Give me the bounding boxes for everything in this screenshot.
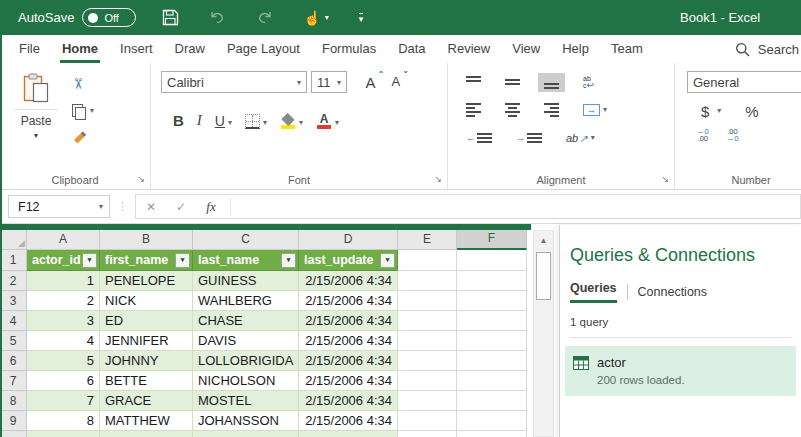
cell[interactable] [193, 431, 299, 437]
table-header-last_name[interactable]: last_name▾ [193, 250, 299, 271]
autosave-control[interactable]: AutoSave Off [18, 8, 136, 27]
cell-last-update[interactable]: 2/15/2006 4:34 [299, 391, 398, 411]
copy-button[interactable]: ▾ [72, 102, 94, 120]
cell-actor-id[interactable]: 2 [27, 291, 100, 311]
scroll-up-button[interactable]: ▲ [534, 231, 553, 250]
cell[interactable] [457, 371, 527, 391]
align-center-button[interactable] [505, 103, 520, 117]
font-dialog-launcher[interactable]: ↘ [434, 174, 442, 184]
cell-first-name[interactable]: MATTHEW [100, 411, 193, 431]
touch-mouse-mode-button[interactable]: ☝ ▾ [303, 10, 328, 26]
cut-button[interactable]: ✂ [72, 75, 94, 93]
row-header-3[interactable]: 3 [0, 291, 27, 311]
align-right-button[interactable] [544, 103, 559, 117]
cell-last-name[interactable]: LOLLOBRIGIDA [193, 351, 299, 371]
row-header-2[interactable]: 2 [0, 271, 27, 291]
cell-first-name[interactable]: PENELOPE [100, 271, 193, 291]
row-header[interactable] [0, 431, 27, 437]
tab-home[interactable]: Home [51, 35, 109, 63]
cell-last-name[interactable]: MOSTEL [193, 391, 299, 411]
table-header-actor_id[interactable]: actor_id▾ [27, 250, 100, 271]
cell[interactable] [398, 431, 457, 437]
cell-actor-id[interactable]: 8 [27, 411, 100, 431]
cell-first-name[interactable]: JOHNNY [100, 351, 193, 371]
tab-team[interactable]: Team [600, 35, 654, 63]
decrease-font-size-button[interactable]: Aˇ [391, 74, 400, 91]
column-header-D[interactable]: D [299, 230, 398, 250]
table-header-last_update[interactable]: last_update▾ [299, 250, 398, 271]
cell[interactable] [299, 431, 398, 437]
cell[interactable] [457, 331, 527, 351]
cell-last-update[interactable]: 2/15/2006 4:34 [299, 331, 398, 351]
filter-button[interactable]: ▾ [175, 253, 190, 268]
table-header-first_name[interactable]: first_name▾ [100, 250, 193, 271]
query-item-actor[interactable]: actor 200 rows loaded. [565, 346, 796, 396]
enter-button[interactable]: ✓ [166, 200, 196, 214]
cell-actor-id[interactable]: 1 [27, 271, 100, 291]
tab-formulas[interactable]: Formulas [311, 35, 387, 63]
cell-last-update[interactable]: 2/15/2006 4:34 [299, 311, 398, 331]
cell[interactable] [457, 250, 527, 271]
paste-button[interactable]: Paste ▾ [14, 73, 58, 147]
decrease-decimal-button[interactable]: .00→0 [727, 128, 739, 142]
font-color-button[interactable]: A ▾ [316, 114, 339, 129]
tab-help[interactable]: Help [551, 35, 600, 63]
redo-button[interactable] [256, 10, 273, 25]
increase-indent-button[interactable]: → [516, 133, 542, 143]
autosave-toggle[interactable]: Off [82, 8, 136, 27]
cell-last-update[interactable]: 2/15/2006 4:34 [299, 291, 398, 311]
column-header-B[interactable]: B [100, 230, 193, 250]
merge-center-button[interactable]: ↔ ▾ [583, 104, 607, 116]
chevron-down-icon[interactable]: ▾ [717, 106, 721, 117]
cell-last-name[interactable]: WAHLBERG [193, 291, 299, 311]
wrap-text-button[interactable]: ab c↩ [583, 76, 594, 89]
increase-font-size-button[interactable]: Aˆ [365, 74, 375, 91]
percent-format-button[interactable]: % [745, 103, 758, 120]
cell[interactable] [398, 250, 457, 271]
cell-actor-id[interactable]: 4 [27, 331, 100, 351]
cell-first-name[interactable]: GRACE [100, 391, 193, 411]
cell-last-name[interactable]: JOHANSSON [193, 411, 299, 431]
font-name-combo[interactable]: Calibri ▾ [161, 71, 307, 93]
cell[interactable] [457, 291, 527, 311]
select-all-corner[interactable]: ◢ [0, 230, 27, 250]
cell-last-name[interactable]: CHASE [193, 311, 299, 331]
cell[interactable] [457, 271, 527, 291]
cell[interactable] [457, 391, 527, 411]
row-header-5[interactable]: 5 [0, 331, 27, 351]
font-size-combo[interactable]: 11 ▾ [311, 71, 347, 93]
cell[interactable] [398, 411, 457, 431]
cell[interactable] [398, 351, 457, 371]
alignment-dialog-launcher[interactable]: ↘ [661, 174, 669, 184]
cell-last-name[interactable]: DAVIS [193, 331, 299, 351]
save-button[interactable] [162, 9, 179, 26]
column-header-A[interactable]: A [27, 230, 100, 250]
formula-input[interactable] [235, 195, 800, 218]
number-format-combo[interactable]: General [687, 71, 801, 93]
row-header-8[interactable]: 8 [0, 391, 27, 411]
cell-actor-id[interactable]: 6 [27, 371, 100, 391]
cell[interactable] [398, 311, 457, 331]
cell[interactable] [398, 291, 457, 311]
cell[interactable] [457, 411, 527, 431]
bottom-align-button[interactable] [538, 73, 565, 92]
decrease-indent-button[interactable]: ← [466, 133, 492, 143]
italic-button[interactable]: I [197, 112, 202, 129]
cell-first-name[interactable]: BETTE [100, 371, 193, 391]
cell-first-name[interactable]: JENNIFER [100, 331, 193, 351]
currency-format-button[interactable]: $ [701, 103, 709, 120]
row-header-9[interactable]: 9 [0, 411, 27, 431]
cell-last-update[interactable]: 2/15/2006 4:34 [299, 371, 398, 391]
row-header-7[interactable]: 7 [0, 371, 27, 391]
filter-button[interactable]: ▾ [82, 253, 97, 268]
cell[interactable] [100, 431, 193, 437]
tab-view[interactable]: View [501, 35, 551, 63]
cell[interactable] [398, 371, 457, 391]
cell-last-update[interactable]: 2/15/2006 4:34 [299, 271, 398, 291]
underline-button[interactable]: U ▾ [215, 113, 232, 129]
tab-page-layout[interactable]: Page Layout [216, 35, 311, 63]
row-header-4[interactable]: 4 [0, 311, 27, 331]
bold-button[interactable]: B [173, 112, 184, 129]
cell-actor-id[interactable]: 3 [27, 311, 100, 331]
middle-align-button[interactable] [505, 76, 520, 89]
